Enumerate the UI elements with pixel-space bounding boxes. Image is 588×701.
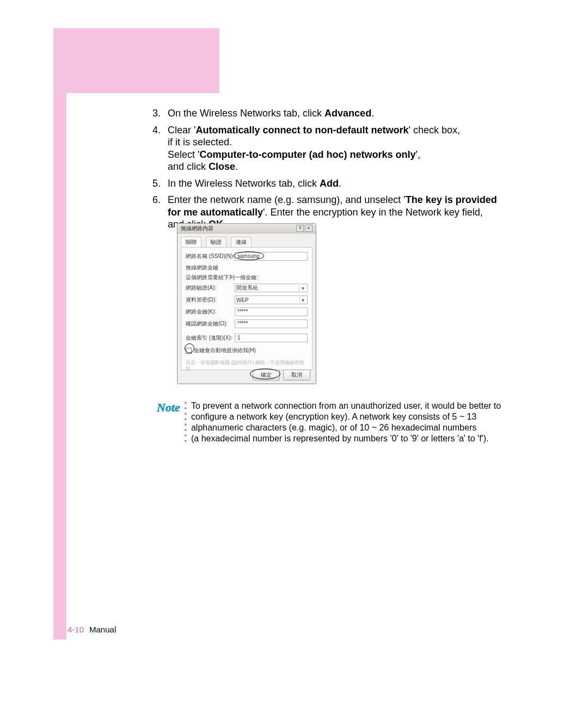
enc-select[interactable]: WEP▾: [235, 296, 308, 304]
step-number: 5.: [152, 177, 161, 190]
step-text: In the Wireless Networks tab, click Add.: [168, 178, 341, 189]
key2-row: 確認網路金鑰(O): *****: [186, 319, 308, 328]
auth-select[interactable]: 開放系統▾: [235, 284, 308, 292]
footer-label: Manual: [89, 625, 116, 634]
step-5: 5. In the Wireless Networks tab, click A…: [152, 177, 534, 190]
key-input[interactable]: *****: [235, 308, 308, 316]
step-text: Clear 'Automatically connect to non-defa…: [168, 125, 460, 173]
step-3: 3. On the Wireless Networks tab, click A…: [152, 107, 534, 120]
page: 3. On the Wireless Networks tab, click A…: [0, 0, 588, 701]
index-input[interactable]: 1: [235, 334, 308, 342]
window-controls: ? ×: [296, 225, 313, 232]
ok-button[interactable]: 確定: [253, 370, 280, 380]
note-block: Note •••••••• To prevent a network conne…: [157, 401, 532, 445]
page-number: 4-10: [68, 625, 84, 634]
security-desc: 這個網路需要給下列一個金鑰:: [186, 274, 308, 281]
dialog-body: 網路名稱 (SSID)(N): samsung 無線網路金鑰 這個網路需要給下列…: [181, 247, 313, 370]
sidebar-stripe: [53, 28, 66, 639]
auth-row: 網路驗證(A): 開放系統▾: [186, 284, 308, 292]
header-block: [53, 28, 219, 93]
tab-connection[interactable]: 連線: [231, 237, 252, 247]
key-label: 網路金鑰(K):: [186, 308, 235, 316]
step-4: 4. Clear 'Automatically connect to non-d…: [152, 124, 534, 173]
ssid-row: 網路名稱 (SSID)(N): samsung: [186, 252, 308, 261]
wireless-properties-dialog: 無線網路内容 ? × 關聯 驗證 連線 網路名稱 (SSID)(N): sams…: [177, 223, 316, 384]
help-icon[interactable]: ?: [296, 225, 304, 232]
auth-label: 網路驗證(A):: [186, 284, 235, 292]
chevron-down-icon: ▾: [299, 297, 306, 303]
enc-row: 資料加密(D): WEP▾: [186, 296, 308, 304]
step-text: On the Wireless Networks tab, click Adva…: [168, 108, 374, 119]
page-footer: 4-10 Manual: [68, 625, 116, 634]
note-label: Note: [157, 401, 180, 445]
auto-key-row: 金鑰會自動地提供給我(H): [186, 347, 308, 354]
tab-association[interactable]: 關聯: [181, 237, 201, 247]
close-icon[interactable]: ×: [305, 225, 313, 232]
step-number: 4.: [152, 124, 161, 137]
chevron-down-icon: ▾: [299, 285, 306, 291]
cancel-button[interactable]: 取消: [283, 370, 310, 380]
key2-input[interactable]: *****: [235, 319, 308, 328]
tab-authentication[interactable]: 驗證: [206, 237, 226, 247]
index-row: 金鑰索引 (進階)(X): 1: [186, 334, 308, 342]
note-text: To prevent a network connection from an …: [191, 401, 501, 445]
dialog-titlebar: 無線網路内容 ? ×: [177, 224, 316, 233]
ssid-label: 網路名稱 (SSID)(N):: [186, 253, 235, 260]
ssid-input[interactable]: samsung: [235, 252, 308, 261]
dialog-title: 無線網路内容: [181, 225, 213, 232]
step-number: 3.: [152, 107, 161, 120]
auto-key-checkbox[interactable]: [186, 348, 192, 354]
index-label: 金鑰索引 (進階)(X):: [186, 334, 235, 342]
instruction-list: 3. On the Wireless Networks tab, click A…: [152, 107, 534, 235]
dialog-footer: 確定 取消: [253, 370, 310, 380]
security-header: 無線網路金鑰: [186, 264, 308, 272]
enc-label: 資料加密(D):: [186, 296, 235, 304]
auto-key-label: 金鑰會自動地提供給我(H): [194, 347, 256, 354]
key2-label: 確認網路金鑰(O):: [186, 320, 235, 328]
key-row: 網路金鑰(K): *****: [186, 308, 308, 316]
note-dots-icon: ••••••••: [185, 401, 187, 445]
step-number: 6.: [152, 194, 161, 206]
dialog-tabs: 關聯 驗證 連線: [177, 233, 316, 247]
